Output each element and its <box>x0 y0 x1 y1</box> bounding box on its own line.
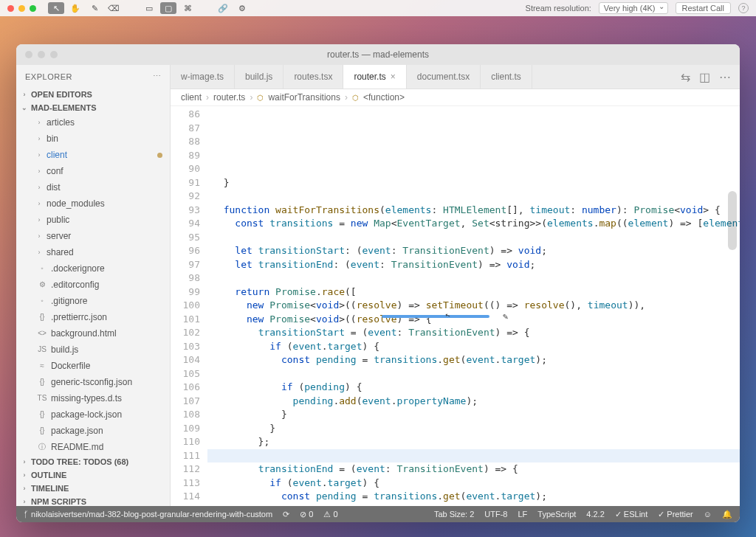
file-README-md[interactable]: ⓘREADME.md <box>16 439 170 455</box>
screen-icon[interactable]: ▢ <box>160 2 176 14</box>
file--editorconfig[interactable]: ⚙.editorconfig <box>16 277 170 293</box>
code-line-110[interactable] <box>207 504 740 507</box>
help-icon[interactable]: ? <box>738 3 749 13</box>
code-line-88[interactable]: function waitForTransitions(elements: HT… <box>207 204 740 218</box>
code-line-107[interactable]: transitionEnd = (event: TransitionEvent)… <box>207 462 740 477</box>
hand-icon[interactable]: ✋ <box>67 2 83 14</box>
file-package-lock-json[interactable]: {}package-lock.json <box>16 406 170 423</box>
breadcrumb[interactable]: client› router.ts› ⬡ waitForTransitions›… <box>171 89 740 106</box>
split-icon[interactable]: ◫ <box>699 70 710 84</box>
errors-count[interactable]: ⊘ 0 <box>300 510 313 519</box>
code-line-94[interactable]: return Promise.race([ <box>207 285 740 299</box>
sync-icon[interactable]: ⟳ <box>283 510 289 519</box>
breadcrumb-item[interactable]: client <box>181 92 202 103</box>
folder-server[interactable]: ›server <box>16 228 170 244</box>
zoom-dot[interactable] <box>30 5 36 12</box>
prettier-status[interactable]: ✓ Prettier <box>658 510 693 519</box>
folder-shared[interactable]: ›shared <box>16 244 170 260</box>
feedback-icon[interactable]: ☺ <box>704 510 712 519</box>
file-Dockerfile[interactable]: ≈Dockerfile <box>16 358 170 374</box>
restart-call-button[interactable]: Restart Call <box>676 2 731 14</box>
tab-routes-tsx[interactable]: routes.tsx <box>284 65 343 89</box>
tab-size[interactable]: Tab Size: 2 <box>434 510 474 519</box>
outline-section[interactable]: ›OUTLINE <box>16 468 170 482</box>
folder-bin[interactable]: ›bin <box>16 131 170 147</box>
link-icon[interactable]: 🔗 <box>215 2 231 14</box>
timeline-section[interactable]: ›TIMELINE <box>16 482 170 495</box>
code-line-95[interactable]: new Promise<void>((resolve) => setTimeou… <box>207 299 740 313</box>
breadcrumb-item[interactable]: router.ts <box>213 92 245 103</box>
file-package-json[interactable]: {}package.json <box>16 423 170 439</box>
code-editor[interactable]: 8687888990919293949596979899100101102103… <box>171 106 740 506</box>
code-line-102[interactable]: pending.add(event.propertyName); <box>207 395 740 409</box>
folder-client[interactable]: ›client <box>16 147 170 163</box>
code-line-104[interactable]: } <box>207 422 740 436</box>
file-background-html[interactable]: <>background.html <box>16 325 170 342</box>
win-close-dot[interactable] <box>25 51 32 58</box>
open-editors-section[interactable]: › OPEN EDITORS <box>16 88 170 101</box>
window-icon[interactable]: ▭ <box>141 2 157 14</box>
eslint-status[interactable]: ✓ ESLint <box>615 510 647 519</box>
file-build-js[interactable]: JSbuild.js <box>16 342 170 358</box>
warnings-count[interactable]: ⚠ 0 <box>323 510 337 519</box>
file--dockerignore[interactable]: ◦.dockerignore <box>16 260 170 277</box>
win-min-dot[interactable] <box>38 51 45 58</box>
code-line-108[interactable]: if (event.target) { <box>207 477 740 491</box>
code-line-92[interactable]: let transitionEnd: (event: TransitionEve… <box>207 258 740 272</box>
tab-client-ts[interactable]: client.ts <box>481 65 532 89</box>
file-missing-types-d-ts[interactable]: TSmissing-types.d.ts <box>16 390 170 406</box>
code-line-103[interactable]: } <box>207 408 740 422</box>
tab-w-image-ts[interactable]: w-image.ts <box>171 65 235 89</box>
code-line-106[interactable] <box>207 449 740 463</box>
todo-section[interactable]: ›TODO TREE: TODOS (68) <box>16 455 170 468</box>
code-body[interactable]: ✎ ↖ } function waitForTransitions(elemen… <box>207 106 740 506</box>
command-icon[interactable]: ⌘ <box>179 2 196 14</box>
minimize-dot[interactable] <box>18 5 25 12</box>
sidebar-more-icon[interactable]: ⋯ <box>153 72 162 81</box>
folder-dist[interactable]: ›dist <box>16 179 170 195</box>
folder-public[interactable]: ›public <box>16 212 170 228</box>
code-line-87[interactable] <box>207 190 740 204</box>
pen-icon[interactable]: ✎ <box>86 2 103 14</box>
file--prettierrc-json[interactable]: {}.prettierrc.json <box>16 309 170 325</box>
gear-icon[interactable]: ⚙ <box>234 2 250 14</box>
eol[interactable]: LF <box>518 510 528 519</box>
code-line-99[interactable]: const pending = transitions.get(event.ta… <box>207 353 740 367</box>
code-line-98[interactable]: if (event.target) { <box>207 340 740 354</box>
breadcrumb-item[interactable]: waitForTransitions <box>268 92 340 103</box>
more-icon[interactable]: ⋯ <box>719 70 731 84</box>
code-line-109[interactable]: const pending = transitions.get(event.ta… <box>207 490 740 504</box>
code-line-93[interactable] <box>207 271 740 285</box>
code-line-86[interactable]: } <box>207 176 740 190</box>
encoding[interactable]: UTF-8 <box>484 510 507 519</box>
bell-icon[interactable]: 🔔 <box>722 510 732 519</box>
close-icon[interactable]: × <box>391 72 396 82</box>
scrollbar-thumb[interactable] <box>728 191 737 250</box>
close-dot[interactable] <box>7 5 14 12</box>
code-line-101[interactable]: if (pending) { <box>207 381 740 395</box>
win-zoom-dot[interactable] <box>50 51 58 58</box>
code-line-91[interactable]: let transitionStart: (event: TransitionE… <box>207 244 740 258</box>
code-line-100[interactable] <box>207 367 740 381</box>
breadcrumb-item[interactable]: <function> <box>363 92 405 103</box>
code-line-89[interactable]: const transitions = new Map<EventTarget,… <box>207 217 740 231</box>
folder-node_modules[interactable]: ›node_modules <box>16 195 170 212</box>
code-line-105[interactable]: }; <box>207 435 740 449</box>
compare-icon[interactable]: ⇆ <box>681 70 690 84</box>
project-section[interactable]: ⌄ MAD-ELEMENTS <box>16 101 170 114</box>
folder-conf[interactable]: ›conf <box>16 163 170 179</box>
code-line-97[interactable]: transitionStart = (event: TransitionEven… <box>207 326 740 340</box>
cursor-icon[interactable]: ↖ <box>48 2 64 14</box>
tab-document-tsx[interactable]: document.tsx <box>407 65 481 89</box>
folder-articles[interactable]: ›articles <box>16 114 170 131</box>
ts-version[interactable]: 4.2.2 <box>586 510 604 519</box>
code-line-90[interactable] <box>207 231 740 245</box>
file--gitignore[interactable]: ◦.gitignore <box>16 293 170 309</box>
file-generic-tsconfig-json[interactable]: {}generic-tsconfig.json <box>16 374 170 390</box>
tab-build-js[interactable]: build.js <box>235 65 284 89</box>
eraser-icon[interactable]: ⌫ <box>106 2 122 14</box>
git-branch[interactable]: ᚶ nikolaisivertsen/mad-382-blog-post-gra… <box>24 510 272 519</box>
resolution-select[interactable]: Very high (4K) <box>599 2 668 14</box>
tab-router-ts[interactable]: router.ts× <box>343 65 406 89</box>
language-mode[interactable]: TypeScript <box>537 510 576 519</box>
